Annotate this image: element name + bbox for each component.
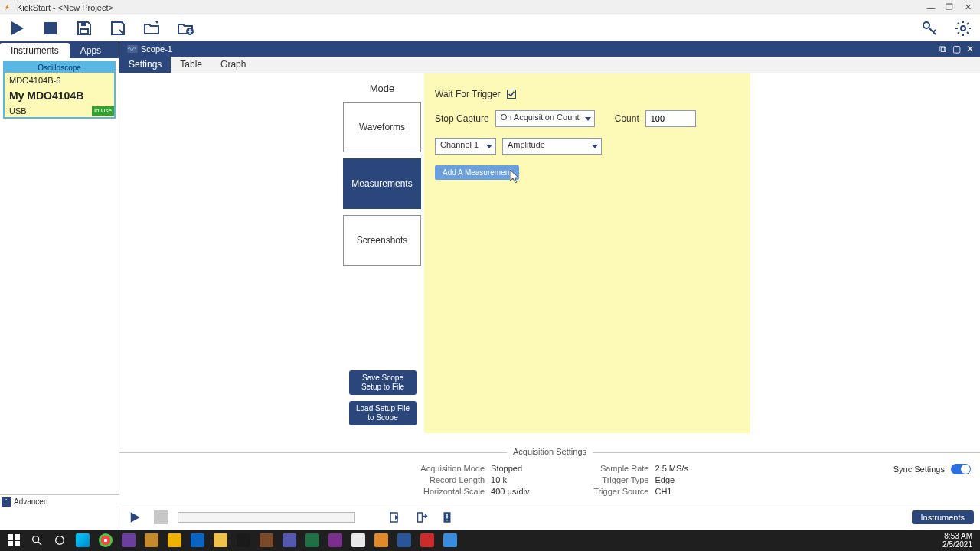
- stop-small-button[interactable]: [152, 508, 170, 527]
- scope-icon: [127, 45, 136, 53]
- chrome-icon[interactable]: [95, 531, 116, 549]
- subtab-table[interactable]: Table: [171, 57, 211, 73]
- acquisition-title: Acquisition Settings: [507, 447, 593, 456]
- app-icon-5[interactable]: [371, 531, 392, 549]
- svg-rect-9: [446, 514, 448, 518]
- teams-icon[interactable]: [279, 531, 300, 549]
- wait-trigger-checkbox[interactable]: [507, 90, 516, 99]
- save-as-button[interactable]: [106, 18, 130, 39]
- maximize-doc-icon[interactable]: ▢: [949, 43, 963, 55]
- sync-settings-label: Sync Settings: [893, 465, 945, 474]
- minimize-button[interactable]: —: [922, 2, 940, 14]
- instrument-connection: USB: [9, 106, 27, 116]
- instrument-kind: Oscilloscope: [5, 63, 114, 73]
- run-small-button[interactable]: [126, 508, 144, 527]
- svg-rect-10: [446, 520, 448, 521]
- instrument-model: MDO4104B-6: [9, 76, 109, 85]
- status-bar: Instruments: [119, 504, 980, 530]
- measurement-type-select[interactable]: Amplitude: [502, 138, 602, 155]
- save-button[interactable]: [72, 18, 96, 39]
- pycharm-icon[interactable]: [233, 531, 254, 549]
- record-length-label: Record Length: [411, 475, 485, 484]
- step-in-icon[interactable]: [386, 508, 404, 527]
- start-button[interactable]: [3, 531, 24, 549]
- onenote-icon[interactable]: [325, 531, 346, 549]
- app-icon-1[interactable]: [141, 531, 162, 549]
- svg-rect-0: [44, 22, 57, 34]
- outlook-icon[interactable]: [187, 531, 208, 549]
- svg-point-4: [923, 22, 929, 28]
- tab-instruments[interactable]: Instruments: [0, 43, 70, 58]
- trigger-source-value: CH1: [655, 487, 671, 496]
- acq-mode-label: Acquisition Mode: [411, 464, 485, 473]
- app-icon-6[interactable]: [439, 531, 461, 549]
- svg-rect-2: [81, 22, 86, 26]
- app-icon-4[interactable]: [348, 531, 369, 549]
- svg-rect-1: [80, 29, 88, 34]
- progress-bar: [178, 512, 355, 523]
- vs-icon[interactable]: [118, 531, 139, 549]
- svg-point-5: [961, 26, 965, 31]
- instrument-status-badge: In Use: [92, 106, 114, 116]
- channel-select[interactable]: Channel 1: [435, 138, 496, 155]
- wait-trigger-label: Wait For Trigger: [435, 89, 501, 99]
- sync-settings-toggle[interactable]: [951, 464, 971, 474]
- app-icon: [3, 3, 12, 12]
- settings-button[interactable]: [951, 18, 975, 39]
- load-scope-setup-button[interactable]: Load Setup File to Scope: [349, 401, 416, 425]
- cortana-icon[interactable]: [49, 531, 70, 549]
- stop-button[interactable]: [38, 18, 63, 39]
- svg-rect-6: [127, 45, 137, 53]
- instruments-pill-button[interactable]: Instruments: [912, 510, 974, 524]
- tab-apps[interactable]: Apps: [70, 43, 112, 58]
- key-button[interactable]: [917, 18, 942, 39]
- title-bar: KickStart - <New Project> — ❐ ✕: [0, 0, 980, 15]
- close-doc-icon[interactable]: ✕: [963, 43, 977, 55]
- excel-icon[interactable]: [302, 531, 323, 549]
- subtab-settings[interactable]: Settings: [119, 57, 171, 73]
- stop-capture-label: Stop Capture: [435, 113, 489, 124]
- horizontal-scale-value: 400 µs/div: [491, 487, 529, 496]
- app-icon-2[interactable]: [164, 531, 185, 549]
- instrument-name: My MDO4104B: [9, 90, 109, 102]
- explorer-icon[interactable]: [210, 531, 231, 549]
- edge-icon[interactable]: [72, 531, 93, 549]
- mode-title: Mode: [343, 83, 421, 94]
- export-icon[interactable]: [412, 508, 430, 527]
- save-scope-setup-button[interactable]: Save Scope Setup to File: [349, 370, 416, 395]
- add-measurement-button[interactable]: Add A Measurement: [435, 165, 519, 180]
- sample-rate-value: 2.5 MS/s: [655, 464, 688, 473]
- advanced-toggle[interactable]: ˄ Advanced: [0, 494, 119, 508]
- count-input[interactable]: [645, 110, 696, 127]
- svg-point-16: [56, 536, 64, 545]
- document-tab[interactable]: Scope-1: [122, 44, 177, 54]
- mode-waveforms[interactable]: Waveforms: [343, 102, 421, 152]
- document-tab-bar: Scope-1 ⧉ ▢ ✕: [119, 41, 980, 57]
- alert-icon[interactable]: [438, 508, 456, 527]
- stop-capture-select[interactable]: On Acquisition Count: [495, 110, 595, 127]
- system-clock[interactable]: 8:53 AM 2/5/2021: [942, 532, 977, 549]
- instrument-card[interactable]: Oscilloscope MDO4104B-6 My MDO4104B USB …: [3, 61, 116, 119]
- search-icon[interactable]: [26, 531, 47, 549]
- trigger-source-label: Trigger Source: [575, 487, 648, 496]
- settings-panel: Mode Waveforms Measurements Screenshots …: [119, 73, 980, 452]
- svg-rect-13: [8, 541, 13, 546]
- horizontal-scale-label: Horizontal Scale: [411, 487, 485, 496]
- popout-icon[interactable]: ⧉: [936, 43, 949, 55]
- mode-screenshots[interactable]: Screenshots: [343, 215, 421, 266]
- svg-rect-12: [15, 534, 20, 540]
- word-icon[interactable]: [394, 531, 415, 549]
- sub-tab-bar: Settings Table Graph: [119, 57, 980, 73]
- acrobat-icon[interactable]: [416, 531, 438, 549]
- close-button[interactable]: ✕: [959, 2, 977, 14]
- open-button[interactable]: [139, 18, 164, 39]
- maximize-button[interactable]: ❐: [940, 2, 959, 14]
- run-button[interactable]: [5, 18, 29, 39]
- subtab-graph[interactable]: Graph: [211, 57, 255, 73]
- new-project-button[interactable]: [173, 18, 198, 39]
- acquisition-settings: Acquisition Settings Acquisition ModeSto…: [119, 452, 980, 504]
- app-icon-3[interactable]: [256, 531, 277, 549]
- mode-measurements[interactable]: Measurements: [343, 158, 421, 209]
- record-length-value: 10 k: [491, 475, 507, 484]
- sample-rate-label: Sample Rate: [575, 464, 648, 473]
